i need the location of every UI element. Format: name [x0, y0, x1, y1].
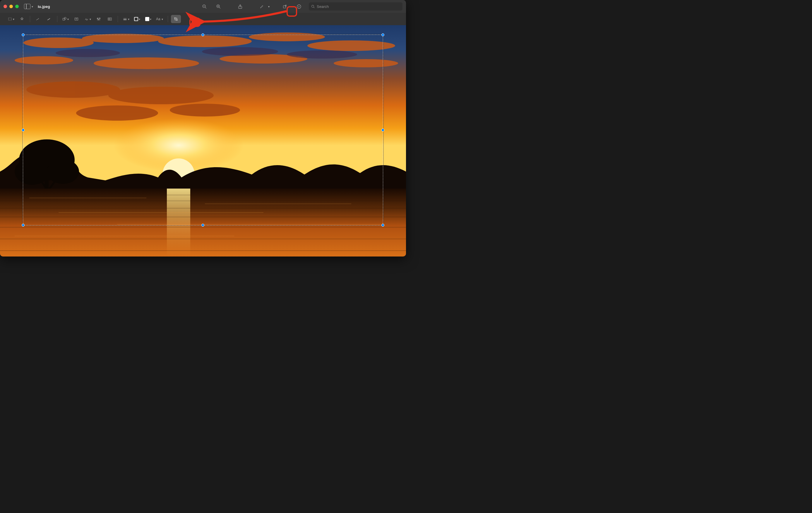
- text-button[interactable]: [71, 15, 81, 23]
- preview-window: ▾ iu.jpeg ▾ Search: [0, 0, 406, 256]
- fill-color-button[interactable]: ▾: [143, 15, 153, 23]
- separator: [57, 16, 57, 22]
- draw-icon: [47, 17, 52, 21]
- instant-alpha-button[interactable]: [17, 15, 27, 23]
- chevron-down-icon: ▾: [150, 18, 151, 21]
- chevron-down-icon[interactable]: ▾: [32, 5, 33, 8]
- chevron-down-icon: ▾: [139, 18, 140, 21]
- chevron-down-icon[interactable]: ▾: [268, 5, 269, 8]
- share-icon: [238, 4, 243, 9]
- adjust-size-button[interactable]: [105, 15, 115, 23]
- shape-style-button[interactable]: ▾: [121, 15, 131, 23]
- border-color-icon: [134, 17, 138, 21]
- fullscreen-window-button[interactable]: [15, 5, 19, 8]
- titlebar: ▾ iu.jpeg ▾ Search: [0, 0, 406, 13]
- crop-handle-middle-left[interactable]: [22, 129, 25, 132]
- draw-button[interactable]: [44, 15, 54, 23]
- svg-point-23: [99, 18, 100, 19]
- highlight-button[interactable]: [256, 2, 267, 11]
- adjust-color-button[interactable]: [94, 15, 104, 23]
- chevron-down-icon: ▾: [90, 18, 91, 21]
- zoom-out-icon: [202, 4, 207, 9]
- crop-icon: [174, 17, 178, 21]
- zoom-out-button[interactable]: [199, 2, 210, 11]
- svg-line-2: [205, 7, 206, 8]
- share-button[interactable]: [235, 2, 245, 11]
- svg-line-6: [219, 7, 220, 8]
- image-mask-icon: [108, 17, 112, 21]
- sketch-button[interactable]: [33, 15, 43, 23]
- text-style-button[interactable]: Aa▾: [154, 15, 165, 23]
- chevron-down-icon: ▾: [13, 18, 14, 21]
- rectangular-selection-icon: [8, 17, 12, 21]
- text-icon: [74, 17, 79, 21]
- close-window-button[interactable]: [3, 5, 7, 8]
- markup-icon: [296, 4, 301, 9]
- adjust-color-icon: [96, 17, 101, 21]
- shapes-icon: [62, 17, 67, 21]
- pencil-icon: [260, 4, 264, 9]
- svg-point-19: [97, 18, 98, 19]
- svg-line-11: [314, 7, 314, 8]
- search-icon: [311, 5, 315, 8]
- window-controls: [3, 5, 19, 8]
- crop-button[interactable]: [171, 15, 181, 23]
- sidebar-toggle-button[interactable]: [24, 4, 30, 9]
- separator: [118, 16, 118, 22]
- crop-handle-bottom-left[interactable]: [22, 224, 25, 227]
- rotate-icon: [283, 4, 287, 9]
- search-placeholder: Search: [317, 4, 329, 9]
- separator: [168, 16, 168, 22]
- crop-handle-top-center[interactable]: [201, 33, 204, 36]
- chevron-down-icon: ▾: [67, 18, 69, 21]
- fill-color-icon: [145, 17, 149, 21]
- image-canvas[interactable]: [0, 25, 406, 256]
- sign-button[interactable]: ▾: [83, 15, 92, 23]
- sketch-icon: [36, 17, 40, 21]
- crop-handle-top-left[interactable]: [22, 33, 25, 36]
- svg-rect-8: [283, 5, 286, 8]
- text-style-label: Aa: [156, 17, 161, 21]
- markup-toolbar-button[interactable]: [294, 2, 304, 11]
- svg-rect-13: [63, 18, 65, 20]
- shapes-button[interactable]: ▾: [60, 15, 70, 23]
- selection-tool-button[interactable]: ▾: [6, 15, 16, 23]
- svg-rect-24: [108, 18, 112, 20]
- zoom-in-icon: [216, 4, 221, 9]
- crop-selection[interactable]: [23, 34, 383, 225]
- rotate-button[interactable]: [280, 2, 290, 11]
- svg-rect-12: [8, 18, 11, 20]
- markup-toolbar: ▾ ▾ ▾ ▾ ▾: [0, 13, 406, 25]
- instant-alpha-icon: [20, 17, 24, 21]
- minimize-window-button[interactable]: [9, 5, 13, 8]
- zoom-in-button[interactable]: [213, 2, 224, 11]
- search-field[interactable]: Search: [309, 2, 403, 10]
- chevron-down-icon: ▾: [128, 18, 129, 21]
- shape-stroke-icon: [123, 17, 127, 21]
- svg-point-21: [98, 19, 99, 20]
- chevron-down-icon: ▾: [162, 18, 163, 21]
- document-title: iu.jpeg: [38, 4, 50, 9]
- svg-rect-25: [109, 19, 110, 20]
- sign-icon: [84, 17, 89, 21]
- svg-point-10: [312, 5, 314, 7]
- border-color-button[interactable]: ▾: [132, 15, 142, 23]
